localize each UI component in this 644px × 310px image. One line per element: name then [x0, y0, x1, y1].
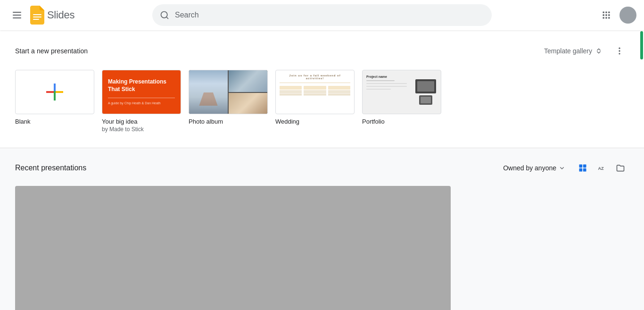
template-name-your-big-idea: Your big idea: [102, 118, 181, 125]
svg-rect-10: [605, 17, 607, 18]
wedding-columns: [280, 86, 350, 110]
svg-rect-8: [608, 14, 610, 16]
main-content: Start a new presentation Template galler…: [0, 30, 644, 310]
template-gallery-button[interactable]: Template gallery: [540, 44, 606, 58]
plus-icon: [43, 81, 66, 103]
svg-rect-9: [603, 17, 604, 18]
app-name-label: Slides: [47, 9, 74, 21]
template-thumbnail-blank: [15, 70, 94, 114]
portfolio-title: Project name: [366, 75, 407, 78]
svg-rect-0: [33, 14, 41, 15]
template-thumbnail-portfolio: Project name: [362, 70, 441, 114]
more-options-button[interactable]: [610, 42, 629, 60]
templates-header-right: Template gallery: [540, 42, 629, 60]
template-name-wedding: Wedding: [275, 118, 355, 125]
template-thumbnail-wedding: Join us for a fall weekend of activities…: [275, 70, 355, 114]
template-thumbnail-photo-album: [189, 70, 268, 114]
presentation-card[interactable]: [15, 186, 451, 310]
template-item-your-big-idea[interactable]: Making Presentations That Stick A guide …: [102, 70, 181, 133]
wedding-col-1: [280, 86, 302, 110]
slides-logo-icon: [30, 6, 44, 25]
mts-subtitle-text: A guide by Chip Heath & Dan Heath: [108, 101, 175, 106]
folder-view-button[interactable]: [612, 159, 629, 176]
svg-rect-2: [33, 19, 39, 20]
apps-grid-button[interactable]: [597, 6, 616, 25]
svg-point-14: [619, 53, 620, 54]
svg-rect-7: [605, 14, 607, 16]
chevron-updown-icon: [595, 47, 603, 55]
portfolio-monitor-icon: [415, 79, 436, 93]
templates-title-text: Start a new presentation: [15, 47, 88, 55]
svg-rect-1: [33, 17, 41, 17]
wedding-col-3: [328, 86, 350, 110]
recent-section: Recent presentations Owned by anyone: [0, 148, 644, 310]
folder-icon: [616, 163, 625, 173]
mts-divider: [108, 98, 175, 98]
apps-grid-icon: [602, 10, 611, 20]
header-left: Slides: [8, 6, 102, 25]
view-toggle-buttons: AZ: [574, 159, 629, 176]
sort-az-icon: AZ: [597, 163, 606, 173]
template-name-photo-album: Photo album: [189, 118, 268, 125]
photo-cell-2: [229, 70, 267, 92]
photo-cell-3: [229, 93, 267, 114]
recent-header: Recent presentations Owned by anyone: [15, 159, 629, 176]
template-item-blank[interactable]: Blank: [15, 70, 94, 133]
avatar[interactable]: [619, 7, 636, 24]
svg-rect-11: [608, 17, 610, 18]
svg-rect-6: [603, 14, 604, 16]
template-author-your-big-idea: by Made to Stick: [102, 126, 181, 133]
search-input[interactable]: [175, 11, 484, 19]
menu-button[interactable]: [8, 6, 26, 25]
hamburger-icon: [13, 12, 21, 18]
template-thumbnail-your-big-idea: Making Presentations That Stick A guide …: [102, 70, 181, 114]
template-name-blank: Blank: [15, 118, 94, 125]
svg-text:AZ: AZ: [598, 166, 604, 171]
wedding-col-2: [304, 86, 326, 110]
portfolio-left: Project name: [363, 70, 411, 114]
sort-az-button[interactable]: AZ: [593, 159, 610, 176]
dropdown-arrow-icon: [558, 164, 566, 172]
scrollbar-thumb[interactable]: [640, 31, 643, 59]
grid-view-icon: [578, 163, 587, 173]
svg-rect-5: [608, 12, 610, 13]
more-vert-icon: [615, 46, 624, 56]
templates-title: Start a new presentation: [15, 47, 88, 55]
wedding-divider: [280, 83, 350, 83]
recent-controls: Owned by anyone AZ: [498, 159, 629, 176]
header-right: [542, 6, 636, 25]
scrollbar-track[interactable]: [640, 30, 644, 310]
search-bar: [152, 4, 492, 26]
svg-rect-20: [583, 165, 586, 168]
template-gallery-label: Template gallery: [544, 47, 592, 55]
svg-rect-16: [46, 91, 54, 93]
grid-view-button[interactable]: [574, 159, 591, 176]
templates-header: Start a new presentation Template galler…: [15, 42, 629, 60]
svg-point-12: [619, 48, 620, 49]
search-icon: [160, 10, 169, 20]
svg-rect-3: [603, 12, 604, 13]
svg-point-13: [619, 50, 620, 51]
template-item-photo-album[interactable]: Photo album: [189, 70, 268, 133]
svg-rect-4: [605, 12, 607, 13]
template-item-wedding[interactable]: Join us for a fall weekend of activities…: [275, 70, 355, 133]
app-logo[interactable]: Slides: [30, 6, 74, 25]
svg-rect-17: [56, 91, 63, 93]
template-item-portfolio[interactable]: Project name Por: [362, 70, 441, 133]
owned-by-dropdown[interactable]: Owned by anyone: [498, 161, 570, 175]
app-header: Slides: [0, 0, 644, 30]
search-bar-inner: [152, 4, 492, 26]
portfolio-tablet-icon: [419, 95, 432, 105]
svg-rect-21: [579, 168, 583, 172]
wedding-header: Join us for a fall weekend of activities…: [280, 74, 350, 80]
portfolio-right: [411, 70, 441, 114]
recent-title: Recent presentations: [15, 164, 86, 172]
svg-rect-22: [583, 168, 586, 172]
photo-cell-1: [189, 70, 228, 114]
owned-by-label: Owned by anyone: [503, 164, 556, 172]
mts-title-text: Making Presentations That Stick: [108, 78, 175, 93]
templates-grid: Blank Making Presentations That Stick A …: [15, 70, 629, 133]
template-name-portfolio: Portfolio: [362, 118, 441, 125]
svg-rect-19: [579, 165, 583, 168]
templates-section: Start a new presentation Template galler…: [0, 30, 644, 148]
